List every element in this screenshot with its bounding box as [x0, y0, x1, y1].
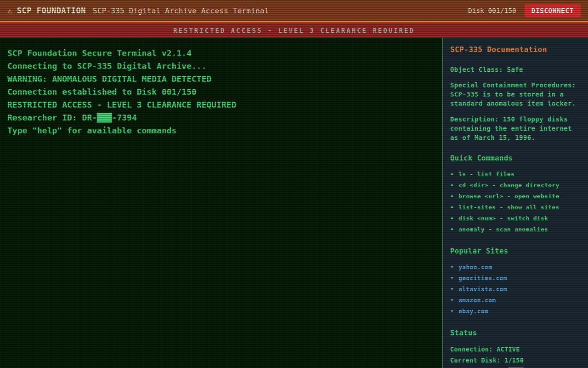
terminal-line: RESTRICTED ACCESS - LEVEL 3 CLEARANCE RE… — [7, 98, 435, 111]
brand-label: SCP FOUNDATION — [17, 6, 86, 15]
bullet-icon: • — [450, 202, 454, 213]
command-item: •anomaly - scan anomalies — [450, 224, 581, 235]
command-item: •ls - list files — [450, 169, 581, 180]
popular-sites-list: •yahoo.com •geocities.com •altavista.com… — [450, 262, 581, 317]
command-item: •browse <url> - open website — [450, 191, 581, 202]
doc-object-class: Object Class: Safe — [450, 65, 581, 74]
status-list: Connection: ACTIVE Current Disk: 1/150 R… — [450, 344, 581, 368]
sidebar: SCP-335 Documentation Object Class: Safe… — [442, 38, 588, 368]
bullet-icon: • — [450, 169, 454, 180]
restricted-access-banner: RESTRICTED ACCESS - LEVEL 3 CLEARANCE RE… — [0, 23, 588, 38]
header-bar: ⚠ SCP FOUNDATION SCP-335 Digital Archive… — [0, 0, 588, 23]
page-title: SCP-335 Digital Archive Access Terminal — [93, 6, 269, 15]
popular-sites-heading: Popular Sites — [450, 247, 581, 255]
bullet-icon: • — [450, 224, 454, 235]
status-heading: Status — [450, 329, 581, 337]
doc-description: Description: 150 floppy disks containing… — [450, 115, 581, 142]
terminal-line: SCP Foundation Secure Terminal v2.1.4 — [7, 47, 435, 60]
quick-commands-heading: Quick Commands — [450, 154, 581, 162]
status-researcher: Researcher: DR-████-7394 — [450, 366, 581, 368]
doc-section-heading: SCP-335 Documentation — [450, 45, 581, 54]
command-item: •disk <num> - switch disk — [450, 213, 581, 224]
bullet-icon: • — [450, 306, 454, 317]
disconnect-button[interactable]: DISCONNECT — [525, 4, 581, 17]
bullet-icon: • — [450, 262, 454, 273]
warning-icon: ⚠ — [7, 6, 12, 15]
disk-indicator: Disk 001/150 — [468, 7, 516, 14]
terminal-line: Type "help" for available commands — [7, 124, 435, 137]
site-link-yahoo[interactable]: •yahoo.com — [450, 262, 581, 273]
status-connection: Connection: ACTIVE — [450, 344, 581, 355]
status-current-disk: Current Disk: 1/150 — [450, 355, 581, 366]
terminal-line-researcher-id: Researcher ID: DR-███-7394 — [7, 111, 435, 124]
bullet-icon: • — [450, 191, 454, 202]
site-link-altavista[interactable]: •altavista.com — [450, 284, 581, 295]
bullet-icon: • — [450, 213, 454, 224]
doc-containment: Special Containment Procedures: SCP-335 … — [450, 80, 581, 108]
bullet-icon: • — [450, 284, 454, 295]
terminal-line: WARNING: ANOMALOUS DIGITAL MEDIA DETECTE… — [7, 73, 435, 86]
bullet-icon: • — [450, 295, 454, 306]
restricted-access-text: RESTRICTED ACCESS - LEVEL 3 CLEARANCE RE… — [173, 27, 415, 34]
terminal-line: Connection established to Disk 001/150 — [7, 86, 435, 98]
scp-terminal-app: ⚠ SCP FOUNDATION SCP-335 Digital Archive… — [0, 0, 588, 368]
site-link-ebay[interactable]: •ebay.com — [450, 306, 581, 317]
terminal-output[interactable]: SCP Foundation Secure Terminal v2.1.4 Co… — [0, 38, 442, 368]
terminal-line: Connecting to SCP-335 Digital Archive... — [7, 60, 435, 73]
site-link-geocities[interactable]: •geocities.com — [450, 273, 581, 284]
command-item: •cd <dir> - change directory — [450, 180, 581, 191]
content-row: SCP Foundation Secure Terminal v2.1.4 Co… — [0, 38, 588, 368]
brand: ⚠ SCP FOUNDATION — [7, 6, 86, 15]
quick-commands-list: •ls - list files •cd <dir> - change dire… — [450, 169, 581, 235]
command-item: •list-sites - show all sites — [450, 202, 581, 213]
bullet-icon: • — [450, 180, 454, 191]
bullet-icon: • — [450, 273, 454, 284]
site-link-amazon[interactable]: •amazon.com — [450, 295, 581, 306]
